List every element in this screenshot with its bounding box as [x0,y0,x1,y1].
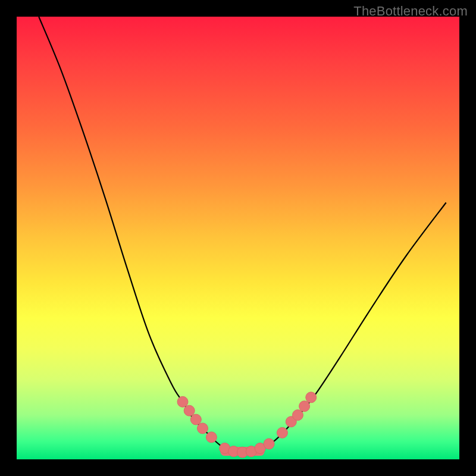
marker-dot [184,405,195,416]
marker-dot [177,396,188,407]
marker-dot [206,432,217,443]
curve-layer [17,17,459,459]
marker-dot [237,447,248,458]
marker-dot [197,423,208,434]
marker-dot [277,427,287,438]
marker-dot [292,410,303,421]
chart-frame: TheBottleneck.com [0,0,476,476]
marker-dot [299,401,310,412]
marker-dot [255,443,265,453]
marker-dot [306,392,317,403]
plot-area [17,17,459,459]
bottleneck-curve [39,17,446,452]
marker-dot [286,416,296,427]
marker-dot [264,439,274,449]
marker-dot [220,443,230,453]
marker-dot [228,446,239,457]
marker-dot [246,446,256,457]
marker-dot [190,414,201,425]
marker-group [177,392,317,458]
